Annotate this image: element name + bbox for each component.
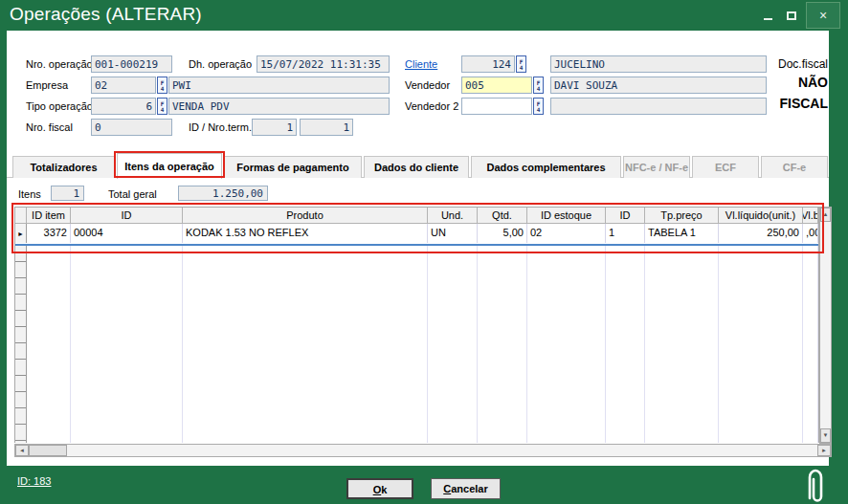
tab-totalizadores[interactable]: Totalizadores (12, 156, 115, 178)
close-button[interactable]: × (806, 2, 840, 29)
scroll-down-icon: ▼ (823, 432, 829, 438)
items-grid: ID item ID Produto Und. Qtd. ID estoque … (14, 207, 819, 443)
operations-window: Operações (ALTERAR) × Nro. operação 001-… (0, 0, 848, 504)
f4-label-bottom: 4 (520, 64, 524, 71)
col-header-produto[interactable]: Produto (183, 208, 428, 224)
col-header-id-estoque[interactable]: ID estoque (527, 208, 606, 224)
grid-empty-body (15, 246, 818, 443)
empresa-code-field[interactable]: 02 (91, 77, 156, 94)
empresa-f4-lookup-button[interactable]: F4 (157, 77, 167, 94)
tab-itens-da-operacao[interactable]: Itens da operação (117, 153, 222, 179)
tab-dados-do-cliente[interactable]: Dados do cliente (364, 156, 469, 178)
row-selector-strip (15, 246, 27, 443)
footer-bar: ID: 183 Ok Cancelar (0, 466, 848, 504)
itens-count-field[interactable]: 1 (51, 186, 84, 201)
nro-fiscal-label: Nro. fiscal (26, 121, 73, 133)
f4-label-bottom: 4 (537, 106, 541, 113)
empty-col (71, 246, 183, 443)
window-title: Operações (ALTERAR) (10, 4, 202, 25)
scroll-right-icon: ► (821, 448, 827, 453)
dh-operacao-label: Dh. operação (189, 58, 252, 70)
ok-button[interactable]: Ok (346, 478, 413, 499)
tipo-operacao-name-field[interactable]: VENDA PDV (168, 98, 390, 115)
f4-label-bottom: 4 (161, 85, 165, 92)
empty-col (183, 246, 428, 443)
cell-qtd: 5,00 (478, 224, 527, 243)
nro-operacao-field[interactable]: 001-000219 (91, 55, 172, 73)
record-id-link[interactable]: ID: 183 (17, 475, 51, 487)
col-header-id-item[interactable]: ID item (27, 208, 71, 224)
maximize-icon (787, 11, 796, 20)
scroll-down-button[interactable]: ▼ (820, 428, 831, 443)
maximize-button[interactable] (780, 2, 803, 29)
empty-col (803, 246, 818, 443)
empty-col (719, 246, 803, 443)
tipo-operacao-f4-lookup-button[interactable]: F4 (157, 98, 167, 115)
total-geral-field[interactable]: 1.250,00 (178, 186, 268, 201)
cell-tp-preco: TABELA 1 (645, 224, 719, 243)
doc-fiscal-value-line2: FISCAL (725, 96, 828, 111)
tab-dados-complementares[interactable]: Dados complementares (471, 156, 621, 178)
col-header-id[interactable]: ID (71, 208, 183, 224)
grid-selector-header (15, 208, 27, 224)
dh-operacao-field[interactable]: 15/07/2022 11:31:35 (257, 55, 390, 73)
scroll-up-button[interactable]: ▲ (820, 208, 831, 222)
scroll-right-button[interactable]: ► (817, 445, 831, 456)
client-area: Nro. operação 001-000219 Dh. operação 15… (7, 31, 829, 466)
vendedor2-code-field[interactable] (461, 98, 532, 115)
empty-col (606, 246, 645, 443)
grid-horizontal-scrollbar[interactable]: ◄ ► (14, 444, 832, 457)
nro-fiscal-field[interactable]: 0 (91, 119, 172, 136)
cliente-f4-lookup-button[interactable]: F4 (516, 55, 526, 73)
cliente-name-field[interactable]: JUCELINO (550, 55, 767, 73)
col-header-und[interactable]: Und. (428, 208, 478, 224)
empty-col (27, 246, 71, 443)
row-selector-cell: ► (15, 224, 27, 243)
total-geral-label: Total geral (108, 188, 157, 200)
col-header-tp-preco[interactable]: Tp.preço (645, 208, 719, 224)
id-nro-term-label: ID / Nro.term. (189, 121, 252, 133)
empty-col (645, 246, 719, 443)
vendedor-code-field[interactable]: 005 (461, 77, 532, 94)
table-row[interactable]: ► 3372 00004 KODAK 1.53 NO REFLEX UN 5,0… (15, 224, 818, 243)
col-header-id2[interactable]: ID (606, 208, 645, 224)
cancel-button[interactable]: Cancelar (431, 478, 501, 499)
vendedor-f4-lookup-button[interactable]: F4 (533, 77, 544, 94)
minimize-icon (764, 18, 772, 20)
cliente-code-field[interactable]: 124 (461, 55, 515, 73)
f4-label-bottom: 4 (537, 85, 541, 92)
minimize-button[interactable] (756, 2, 779, 29)
cell-id: 00004 (71, 224, 183, 243)
tipo-operacao-label: Tipo operação (26, 100, 93, 112)
cell-vl-liquido: 250,00 (719, 224, 803, 243)
doc-fiscal-value-line1: NÃO (725, 75, 828, 90)
vendedor2-f4-lookup-button[interactable]: F4 (533, 98, 544, 115)
cell-produto: KODAK 1.53 NO REFLEX (183, 224, 428, 243)
horizontal-scroll-thumb[interactable] (29, 445, 67, 456)
empty-col (428, 246, 478, 443)
scroll-left-button[interactable]: ◄ (15, 445, 29, 456)
id-term-field-1[interactable]: 1 (252, 119, 297, 136)
empty-col (478, 246, 527, 443)
col-header-vl-liquido[interactable]: Vl.líquido(unit.) (719, 208, 803, 224)
itens-count-label: Itens (18, 188, 41, 200)
cell-id-estoque: 02 (527, 224, 606, 243)
col-header-qtd[interactable]: Qtd. (478, 208, 527, 224)
grid-vertical-scrollbar[interactable]: ▲ ▼ (819, 207, 832, 444)
cliente-link[interactable]: Cliente (405, 58, 437, 70)
cell-und: UN (428, 224, 478, 243)
cell-id2: 1 (606, 224, 645, 243)
empty-col (527, 246, 606, 443)
cell-id-item: 3372 (27, 224, 71, 243)
id-term-field-2[interactable]: 1 (300, 119, 353, 136)
close-icon: × (819, 8, 827, 23)
cell-vl-bruto-clipped: ,00 (803, 224, 818, 243)
f4-label-bottom: 4 (161, 106, 165, 113)
doc-fiscal-label: Doc.fiscal (744, 57, 828, 71)
empresa-name-field[interactable]: PWI (168, 77, 390, 94)
tipo-operacao-code-field[interactable]: 6 (91, 98, 156, 115)
grid-header-row: ID item ID Produto Und. Qtd. ID estoque … (15, 208, 818, 224)
paperclip-attachment-icon[interactable] (800, 467, 829, 504)
col-header-vl-bruto-clipped[interactable]: Vl.b (803, 208, 818, 224)
tab-formas-de-pagamento[interactable]: Formas de pagamento (224, 156, 362, 178)
